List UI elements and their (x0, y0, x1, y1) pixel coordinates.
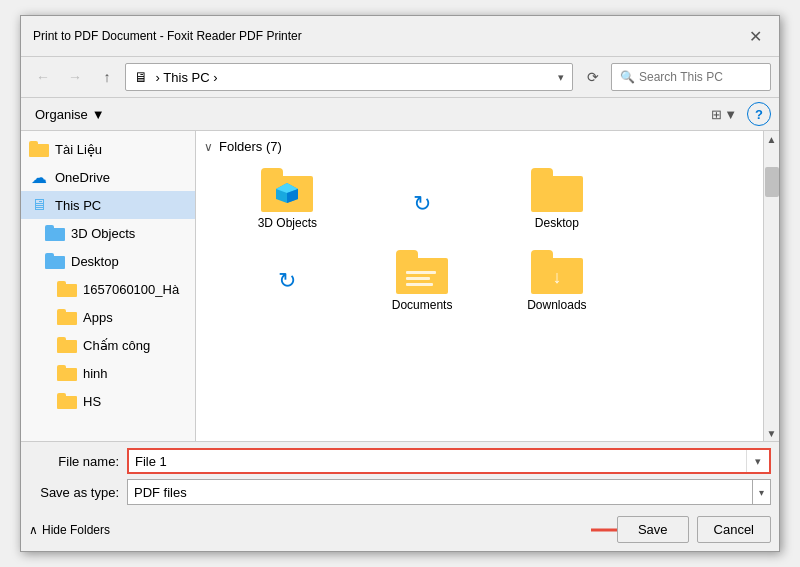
cloud-icon: ☁ (31, 168, 47, 187)
action-row: ∧ Hide Folders Save Cancel (29, 510, 771, 545)
scrollbar-track[interactable]: ▲ ▼ (763, 131, 779, 441)
close-button[interactable]: ✕ (743, 24, 767, 48)
sidebar-label-hs: HS (83, 394, 101, 409)
organise-label: Organise (35, 107, 88, 122)
subfolder-icon-hinh (57, 365, 77, 381)
sidebar: Tài Liệu ☁ OneDrive 🖥 This PC 3D Objects (21, 131, 196, 441)
folder-item-downloads[interactable]: ↓ Downloads (494, 244, 621, 318)
bottom-bar: File name: ▾ Save as type: PDF files All… (21, 441, 779, 551)
sidebar-label-apps: Apps (83, 310, 113, 325)
sidebar-label-cham-cong: Chấm công (83, 338, 150, 353)
help-button[interactable]: ? (747, 102, 771, 126)
folder-grid-row2: ↻ (204, 244, 755, 318)
right-panel: ∨ Folders (7) (196, 131, 763, 441)
folder-label-documents: Documents (392, 298, 453, 312)
view-chevron: ▼ (724, 107, 737, 122)
sidebar-label-onedrive: OneDrive (55, 170, 110, 185)
address-bar[interactable]: 🖥 › This PC › ▾ (125, 63, 573, 91)
filetype-select[interactable]: PDF files All Files (*.*) (128, 480, 752, 504)
organise-chevron: ▼ (92, 107, 105, 122)
nav-bar: ← → ↑ 🖥 › This PC › ▾ ⟳ 🔍 (21, 57, 779, 98)
filename-input[interactable] (129, 450, 746, 472)
title-bar: Print to PDF Document - Foxit Reader PDF… (21, 16, 779, 57)
filetype-select-wrapper: PDF files All Files (*.*) ▾ (127, 479, 771, 505)
sidebar-item-apps[interactable]: Apps (21, 303, 195, 331)
cancel-button[interactable]: Cancel (697, 516, 771, 543)
address-chevron: ▾ (558, 71, 564, 84)
folder-label-downloads: Downloads (527, 298, 586, 312)
scrollbar-up[interactable]: ▲ (764, 131, 780, 147)
refresh-icon-2: ↻ (278, 268, 296, 294)
search-input[interactable] (639, 70, 762, 84)
subfolder-icon-hs (57, 393, 77, 409)
back-button[interactable]: ← (29, 63, 57, 91)
filename-dropdown-arrow[interactable]: ▾ (746, 450, 769, 472)
panel-with-scroll: ∨ Folders (7) (196, 131, 779, 441)
organise-button[interactable]: Organise ▼ (29, 104, 111, 125)
filename-input-wrapper: ▾ (127, 448, 771, 474)
sidebar-item-1657[interactable]: 1657060100_Hà (21, 275, 195, 303)
loading-indicator-2: ↻ (224, 244, 351, 318)
view-button[interactable]: ⊞ ▼ (705, 104, 743, 125)
subfolder-icon-1657 (57, 281, 77, 297)
toolbar: Organise ▼ ⊞ ▼ ? (21, 98, 779, 131)
sidebar-item-hinh[interactable]: hinh (21, 359, 195, 387)
section-header: ∨ Folders (7) (204, 139, 755, 154)
save-button[interactable]: Save (617, 516, 689, 543)
dialog-window: Print to PDF Document - Foxit Reader PDF… (20, 15, 780, 552)
folder-label-3d: 3D Objects (258, 216, 317, 230)
folder-label-desktop: Desktop (535, 216, 579, 230)
toolbar-right: ⊞ ▼ ? (705, 102, 771, 126)
desktop-folder-icon (45, 253, 65, 269)
main-content: Tài Liệu ☁ OneDrive 🖥 This PC 3D Objects (21, 131, 779, 441)
sidebar-label-3d-objects: 3D Objects (71, 226, 135, 241)
sidebar-item-onedrive[interactable]: ☁ OneDrive (21, 163, 195, 191)
subfolder-icon-cham-cong (57, 337, 77, 353)
refresh-icon: ↻ (413, 191, 431, 217)
view-icon: ⊞ (711, 107, 722, 122)
folder-item-documents[interactable]: Documents (359, 244, 486, 318)
folder-icon (29, 141, 49, 157)
buttons-right: Save Cancel (617, 516, 771, 543)
dialog-title: Print to PDF Document - Foxit Reader PDF… (33, 29, 302, 43)
pc-icon: 🖥 (31, 196, 47, 214)
filetype-dropdown-arrow: ▾ (752, 480, 770, 504)
filename-label: File name: (29, 454, 119, 469)
sidebar-item-desktop[interactable]: Desktop (21, 247, 195, 275)
sidebar-item-this-pc[interactable]: 🖥 This PC (21, 191, 195, 219)
address-text: › This PC › (152, 70, 554, 85)
up-button[interactable]: ↑ (93, 63, 121, 91)
hide-folders-button[interactable]: ∧ Hide Folders (29, 523, 110, 537)
hide-folders-icon: ∧ (29, 523, 38, 537)
folder-icon-blue (45, 225, 65, 241)
search-icon: 🔍 (620, 70, 635, 84)
sidebar-label-tai-lieu: Tài Liệu (55, 142, 102, 157)
subfolder-icon-apps (57, 309, 77, 325)
sidebar-item-tai-lieu[interactable]: Tài Liệu (21, 135, 195, 163)
sidebar-label-desktop: Desktop (71, 254, 119, 269)
folder-item-desktop[interactable]: Desktop (494, 162, 621, 236)
large-folder-icon-desktop (531, 168, 583, 212)
3d-shape-svg (274, 181, 300, 205)
sidebar-item-3d-objects[interactable]: 3D Objects (21, 219, 195, 247)
forward-button[interactable]: → (61, 63, 89, 91)
section-chevron: ∨ (204, 140, 213, 154)
sidebar-label-this-pc: This PC (55, 198, 101, 213)
loading-indicator: ↻ (359, 162, 486, 236)
filename-row: File name: ▾ (29, 448, 771, 474)
sidebar-item-hs[interactable]: HS (21, 387, 195, 415)
scrollbar-thumb[interactable] (765, 167, 779, 197)
scrollbar-down[interactable]: ▼ (764, 425, 780, 441)
filetype-label: Save as type: (29, 485, 119, 500)
sidebar-label-hinh: hinh (83, 366, 108, 381)
filetype-row: Save as type: PDF files All Files (*.*) … (29, 479, 771, 505)
search-bar: 🔍 (611, 63, 771, 91)
sidebar-item-cham-cong[interactable]: Chấm công (21, 331, 195, 359)
folder-item-3d-objects[interactable]: 3D Objects (224, 162, 351, 236)
sidebar-label-1657: 1657060100_Hà (83, 282, 179, 297)
hide-folders-label: Hide Folders (42, 523, 110, 537)
folder-grid: 3D Objects ↻ Desktop (204, 162, 755, 236)
refresh-button[interactable]: ⟳ (579, 63, 607, 91)
section-label: Folders (7) (219, 139, 282, 154)
